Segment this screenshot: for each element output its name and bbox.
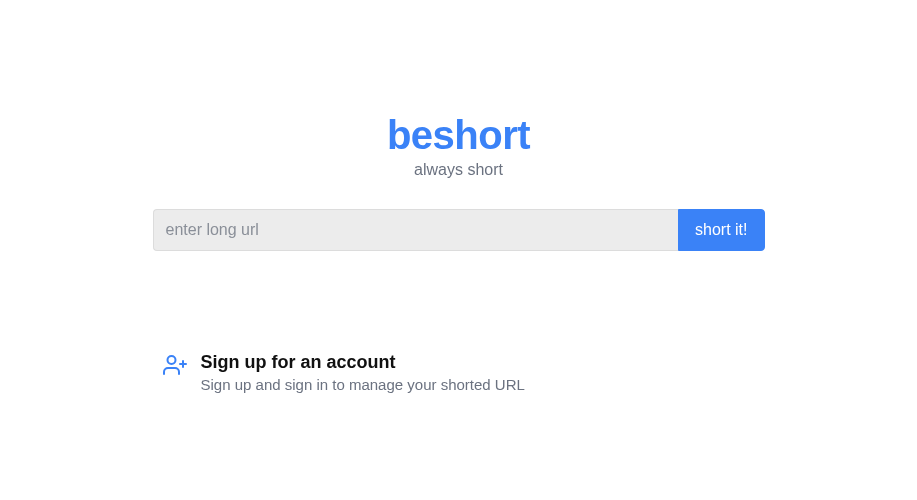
feature-text: Sign up for an account Sign up and sign … (201, 351, 525, 393)
feature-description: Sign up and sign in to manage your short… (201, 376, 525, 393)
url-form: short it! (153, 209, 765, 251)
main-container: beshort always short short it! Sign up f… (0, 0, 917, 393)
short-button[interactable]: short it! (678, 209, 764, 251)
svg-point-0 (167, 356, 175, 364)
url-input[interactable] (153, 209, 679, 251)
user-plus-icon (163, 353, 187, 381)
signup-feature: Sign up for an account Sign up and sign … (153, 351, 765, 393)
brand-title: beshort (387, 115, 530, 155)
brand-tagline: always short (414, 161, 503, 179)
feature-title: Sign up for an account (201, 351, 525, 374)
